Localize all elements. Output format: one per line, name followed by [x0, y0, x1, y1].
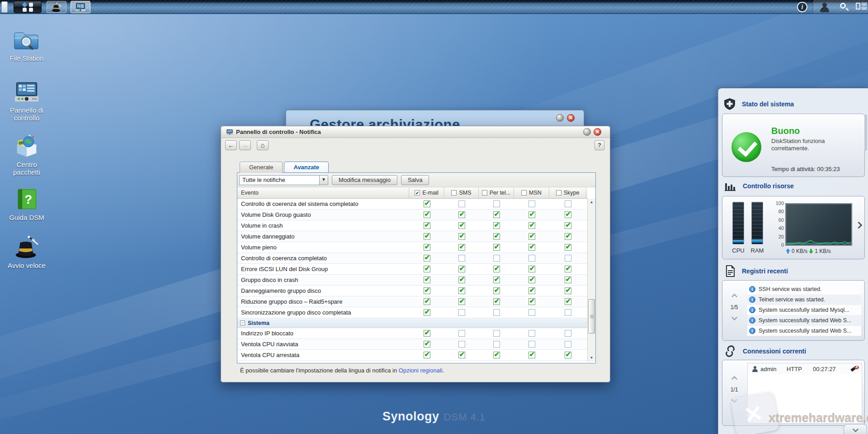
taskbar-quick-launch-button[interactable] [47, 1, 66, 13]
tab-avanzate[interactable]: Avanzate [284, 162, 329, 173]
row-checkbox[interactable] [528, 352, 535, 358]
row-checkbox[interactable] [424, 277, 430, 283]
row-checkbox[interactable] [458, 298, 465, 305]
pilot-view-icon[interactable] [856, 2, 867, 12]
table-row[interactable]: Ventola CPU riavviata [237, 339, 587, 350]
row-checkbox[interactable] [458, 352, 465, 358]
log-entry[interactable]: iSystem successfully started Web S... [747, 326, 861, 336]
column-header[interactable]: Skype [549, 187, 586, 198]
row-checkbox[interactable] [424, 200, 430, 207]
row-checkbox[interactable] [424, 309, 430, 316]
table-row[interactable]: Ventola CPU arrestata [237, 350, 587, 361]
row-checkbox[interactable] [565, 352, 571, 358]
row-checkbox[interactable] [458, 266, 465, 272]
table-row[interactable]: Sincronizzazione gruppo disco completata [237, 307, 587, 318]
row-checkbox[interactable] [528, 222, 535, 229]
row-checkbox[interactable] [528, 277, 535, 283]
header-checkbox[interactable] [482, 190, 487, 196]
row-checkbox[interactable] [424, 222, 430, 229]
row-checkbox[interactable] [528, 233, 535, 240]
row-checkbox[interactable] [493, 341, 500, 348]
table-row[interactable]: Controllo di coerenza del sistema comple… [237, 199, 587, 210]
header-checkbox[interactable] [556, 190, 561, 196]
row-checkbox[interactable] [528, 298, 535, 305]
row-checkbox[interactable] [565, 341, 571, 348]
row-checkbox[interactable] [458, 200, 465, 207]
row-checkbox[interactable] [493, 211, 500, 218]
log-entry[interactable]: iSSH service was started. [747, 284, 861, 294]
table-row[interactable]: Errore iSCSI LUN del Disk Group [237, 264, 587, 275]
page-down-icon[interactable] [731, 397, 737, 403]
table-row[interactable]: Danneggiamento gruppo disco [237, 286, 587, 296]
row-checkbox[interactable] [493, 244, 500, 251]
row-checkbox[interactable] [565, 298, 571, 305]
page-up-icon[interactable] [731, 294, 737, 300]
row-checkbox[interactable] [458, 330, 465, 337]
row-checkbox[interactable] [528, 309, 535, 316]
search-icon[interactable] [839, 2, 849, 13]
table-row[interactable]: Controllo di coerenza completato [237, 253, 587, 264]
notification-filter-dropdown[interactable]: Tutte le notifiche ▼ [239, 175, 328, 185]
table-row[interactable]: Gruppo disco in crash [237, 275, 587, 286]
column-header[interactable]: ✔E-mail [409, 187, 444, 198]
row-checkbox[interactable] [528, 341, 535, 348]
minimize-button[interactable] [583, 128, 591, 136]
header-checkbox[interactable]: ✔ [415, 190, 420, 196]
row-checkbox[interactable] [493, 287, 500, 294]
regional-options-link[interactable]: Opzioni regionali [399, 367, 443, 374]
collapse-icon[interactable]: − [240, 320, 245, 325]
table-row[interactable]: Indirizzo IP bloccato [237, 328, 587, 339]
show-desktop-button[interactable] [1, 1, 8, 13]
window-control-panel-notification[interactable]: Pannello di controllo - Notifica ✕ ← → ⌂… [221, 126, 610, 382]
row-checkbox[interactable] [565, 222, 571, 229]
row-checkbox[interactable] [528, 330, 535, 337]
desktop-icon-dsm-help[interactable]: ? Guida DSM [3, 186, 51, 221]
page-up-icon[interactable] [731, 376, 737, 382]
save-button[interactable]: Salva [401, 175, 429, 185]
back-button[interactable]: ← [225, 140, 237, 150]
resource-monitor-widget[interactable]: CPU RAM 100806040200 0 KB/s 1 KB/s [722, 196, 865, 259]
row-checkbox[interactable] [528, 211, 535, 218]
help-button[interactable]: ? [594, 140, 604, 150]
log-entry[interactable]: iTelnet service was started. [747, 295, 861, 305]
row-checkbox[interactable] [493, 200, 500, 207]
edit-message-button[interactable]: Modifica messaggio [332, 175, 397, 185]
row-checkbox[interactable] [424, 266, 430, 272]
table-row[interactable]: Volume in crash [237, 220, 587, 231]
row-checkbox[interactable] [565, 287, 571, 294]
desktop-icon-package-center[interactable]: Centro pacchetti [3, 134, 51, 176]
minimize-button[interactable] [556, 114, 564, 122]
column-header[interactable]: Per tel... [479, 187, 514, 198]
table-row[interactable]: Volume pieno [237, 242, 587, 253]
row-checkbox[interactable] [565, 266, 571, 272]
taskbar-control-panel-button[interactable] [71, 1, 90, 13]
log-entry[interactable]: iSystem successfully started Web S... [747, 315, 861, 325]
sidebar-collapse-button[interactable] [844, 424, 867, 434]
column-header[interactable]: SMS [444, 187, 479, 198]
scrollbar-thumb[interactable] [588, 299, 595, 334]
row-checkbox[interactable] [424, 211, 430, 218]
table-group-row[interactable]: −Sistema [237, 318, 587, 328]
row-checkbox[interactable] [565, 244, 571, 251]
row-checkbox[interactable] [424, 352, 430, 358]
row-checkbox[interactable] [565, 330, 571, 337]
row-checkbox[interactable] [458, 211, 465, 218]
row-checkbox[interactable] [528, 200, 535, 207]
row-checkbox[interactable] [458, 233, 465, 240]
disconnect-icon[interactable] [851, 366, 859, 372]
table-row[interactable]: Volume danneggiato [237, 231, 587, 242]
tab-generale[interactable]: Generale [240, 162, 283, 173]
row-checkbox[interactable] [424, 287, 430, 294]
row-checkbox[interactable] [493, 222, 500, 229]
row-checkbox[interactable] [528, 266, 535, 272]
window-titlebar[interactable]: Pannello di controllo - Notifica ✕ [221, 126, 610, 138]
row-checkbox[interactable] [565, 233, 571, 240]
row-checkbox[interactable] [493, 298, 500, 305]
main-menu-button[interactable] [14, 1, 42, 13]
row-checkbox[interactable] [424, 244, 430, 251]
row-checkbox[interactable] [528, 287, 535, 294]
user-icon[interactable] [819, 2, 830, 13]
row-checkbox[interactable] [565, 277, 571, 283]
header-checkbox[interactable] [521, 190, 527, 196]
home-button[interactable]: ⌂ [257, 140, 269, 150]
